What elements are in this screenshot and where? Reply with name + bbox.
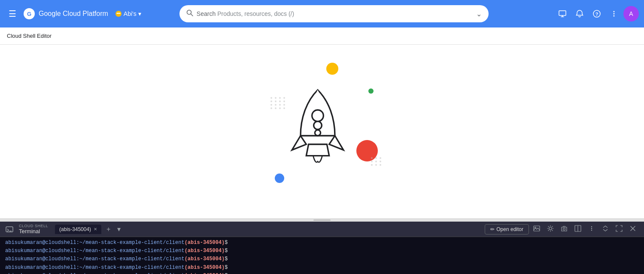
terminal-body[interactable]: abisukumaran@cloudshell:~/mean-stack-exa…	[0, 237, 644, 274]
project-selector[interactable]: Abi's ▾	[112, 9, 145, 19]
terminal-tab-label: Terminal	[19, 228, 48, 234]
breadcrumb: Cloud Shell Editor	[0, 27, 644, 45]
project-chevron-icon: ▾	[138, 10, 141, 17]
terminal-path: abisukumaran@cloudshell:~/mean-stack-exa…	[5, 255, 185, 263]
cloud-shell-label: CLOUD SHELL	[19, 224, 48, 228]
pencil-icon: ✏	[490, 226, 495, 232]
top-nav: ☰ G Google Cloud Platform Abi's ▾ Search…	[0, 0, 644, 27]
more-vert-icon	[610, 9, 618, 18]
terminal-layout-icon-button[interactable]	[572, 223, 584, 235]
svg-rect-8	[559, 11, 566, 15]
yellow-dot	[326, 63, 338, 75]
terminal-highlight: (abis-345004)	[185, 255, 225, 263]
help-button[interactable]: ?	[589, 6, 605, 21]
terminal-dollar: $	[225, 264, 228, 272]
terminal-highlight: (abis-345004)	[185, 239, 225, 247]
terminal-path: abisukumaran@cloudshell:~/mean-stack-exa…	[5, 239, 185, 247]
terminal-line: abisukumaran@cloudshell:~/mean-stack-exa…	[5, 272, 639, 274]
search-chevron-icon: ⌄	[476, 10, 482, 18]
tab-dropdown-button[interactable]: ▾	[115, 224, 122, 234]
terminal-image-icon-button[interactable]	[531, 223, 543, 235]
terminal-path: abisukumaran@cloudshell:~/mean-stack-exa…	[5, 264, 185, 272]
svg-point-28	[591, 228, 592, 229]
breadcrumb-text: Cloud Shell Editor	[7, 33, 52, 39]
screen-icon-button[interactable]	[555, 6, 570, 21]
svg-point-5	[119, 13, 120, 14]
open-editor-button[interactable]: ✏ Open editor	[485, 224, 529, 234]
cloud-shell-icon	[5, 225, 14, 234]
terminal-line: abisukumaran@cloudshell:~/mean-stack-exa…	[5, 239, 639, 247]
terminal-more-button[interactable]	[586, 223, 598, 235]
search-bar[interactable]: Search Products, resources, docs (/) ⌄	[179, 5, 489, 22]
terminal-highlight: (abis-345004)	[185, 264, 225, 272]
project-icon	[115, 10, 122, 17]
svg-point-24	[563, 228, 565, 230]
terminal-camera-icon-button[interactable]	[558, 223, 570, 235]
svg-point-17	[314, 122, 322, 130]
terminal-path: abisukumaran@cloudshell:~/mean-stack-exa…	[5, 247, 185, 255]
terminal-line: abisukumaran@cloudshell:~/mean-stack-exa…	[5, 247, 639, 255]
terminal-dollar: $	[225, 255, 228, 263]
terminal-highlight: (abis-345004)	[185, 272, 225, 274]
terminal-settings-icon-button[interactable]	[544, 223, 556, 235]
terminal-line: abisukumaran@cloudshell:~/mean-stack-exa…	[5, 264, 639, 272]
bell-icon	[575, 9, 584, 18]
terminal-tab[interactable]: (abis-345004) ✕	[55, 225, 101, 234]
project-name: Abi's	[124, 10, 137, 17]
app-title: Google Cloud Platform	[39, 10, 108, 18]
screen-icon	[558, 9, 567, 18]
terminal-header-actions: ✏ Open editor	[485, 223, 639, 235]
help-icon: ?	[592, 9, 601, 18]
user-avatar-button[interactable]: A	[623, 6, 639, 21]
terminal-panel: CLOUD SHELL Terminal (abis-345004) ✕ + ▾…	[0, 222, 644, 274]
svg-point-3	[116, 13, 118, 14]
svg-point-18	[315, 130, 320, 136]
search-placeholder: Products, resources, docs (/)	[217, 10, 294, 17]
new-tab-button[interactable]: +	[105, 225, 112, 234]
logo-area: G Google Cloud Platform	[23, 8, 108, 20]
hamburger-menu-button[interactable]: ☰	[5, 5, 20, 22]
svg-point-4	[118, 13, 119, 14]
search-input[interactable]: Search Products, resources, docs (/)	[197, 10, 473, 17]
avatar-letter: A	[629, 10, 633, 17]
terminal-expand-button[interactable]	[613, 223, 625, 235]
tab-close-button[interactable]: ✕	[94, 227, 97, 231]
svg-point-15	[613, 15, 614, 17]
terminal-tab-name: (abis-345004)	[59, 226, 91, 232]
svg-point-29	[591, 230, 592, 231]
rocket-illustration	[258, 63, 386, 200]
svg-point-14	[613, 13, 614, 15]
terminal-header: CLOUD SHELL Terminal (abis-345004) ✕ + ▾…	[0, 222, 644, 237]
dots-cluster-right	[371, 157, 382, 166]
gcp-logo-icon: G	[23, 8, 35, 20]
terminal-path: abisukumaran@cloudshell:~/mean-stack-exa…	[5, 272, 185, 274]
terminal-dollar: $	[225, 272, 228, 274]
search-icon	[186, 9, 193, 18]
svg-rect-21	[534, 226, 540, 231]
hamburger-icon: ☰	[9, 9, 16, 18]
terminal-highlight: (abis-345004)	[185, 247, 225, 255]
svg-point-23	[549, 227, 552, 230]
terminal-dollar: $	[225, 239, 228, 247]
svg-text:G: G	[27, 11, 31, 17]
terminal-label-area: CLOUD SHELL Terminal	[19, 224, 48, 234]
notifications-button[interactable]	[572, 6, 587, 21]
open-editor-label: Open editor	[496, 226, 523, 232]
terminal-close-button[interactable]	[627, 223, 639, 235]
terminal-dollar: $	[225, 247, 228, 255]
more-options-button[interactable]	[606, 6, 622, 21]
svg-point-13	[613, 11, 614, 12]
nav-icons: ? A	[555, 6, 639, 21]
drag-handle[interactable]	[0, 218, 644, 222]
blue-dot	[275, 174, 284, 183]
drag-handle-line	[313, 219, 331, 221]
main-content	[0, 45, 644, 218]
svg-point-16	[312, 110, 324, 122]
search-label: Search	[197, 10, 216, 17]
terminal-arrows-button[interactable]	[599, 223, 611, 235]
svg-line-7	[191, 14, 193, 16]
svg-point-27	[591, 226, 592, 227]
terminal-line: abisukumaran@cloudshell:~/mean-stack-exa…	[5, 255, 639, 263]
svg-text:?: ?	[595, 12, 598, 17]
rocket-icon	[283, 84, 352, 170]
